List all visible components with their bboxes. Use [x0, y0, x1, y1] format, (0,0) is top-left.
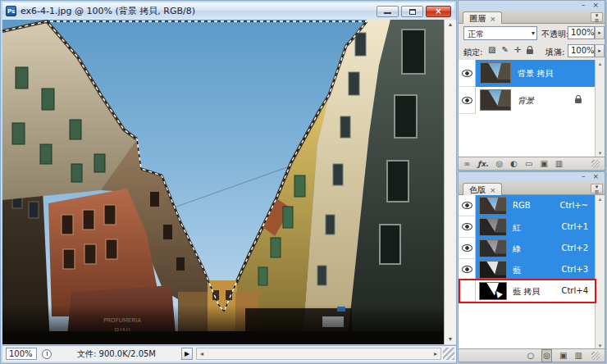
- visibility-cell[interactable]: [459, 87, 476, 114]
- layer-row-background[interactable]: 背景: [459, 87, 595, 114]
- visibility-cell[interactable]: [459, 216, 476, 238]
- menu-lines-icon: ≡: [595, 17, 600, 24]
- photoshop-file-icon: Ps: [6, 6, 16, 16]
- resize-grip[interactable]: [443, 348, 454, 360]
- panel-minimize-icon[interactable]: –: [582, 172, 588, 180]
- layer-thumbnail[interactable]: [480, 89, 511, 111]
- visibility-cell[interactable]: [459, 195, 476, 216]
- horizontal-scrollbar[interactable]: ◂ ▸: [196, 348, 441, 360]
- channels-scrollbar[interactable]: ▴ ▾: [595, 195, 605, 350]
- channel-list: RGB Ctrl+~ 紅 Ctrl+1 綠 Ctrl+2 藍 Ctrl+3 藍 …: [459, 195, 605, 350]
- dropdown-arrow-icon: ▾: [532, 30, 535, 37]
- zoom-level-field[interactable]: 100%: [6, 348, 37, 360]
- blend-mode-select[interactable]: 正常 ▾: [463, 26, 537, 40]
- fill-label: 填滿:: [545, 47, 564, 58]
- restore-button[interactable]: [401, 6, 423, 17]
- channel-thumbnail[interactable]: [479, 218, 507, 236]
- scroll-up-icon[interactable]: ▴: [596, 61, 605, 67]
- link-layers-icon[interactable]: ∞: [463, 158, 470, 170]
- channel-name: RGB: [513, 201, 531, 210]
- lock-pixels-icon[interactable]: ✎: [501, 45, 508, 54]
- channel-shortcut: Ctrl+1: [561, 222, 588, 231]
- load-selection-icon[interactable]: ○: [527, 350, 535, 362]
- restore-icon: [409, 9, 416, 15]
- tab-channels[interactable]: 色版 ×: [463, 183, 502, 195]
- vertical-scrollbar[interactable]: ▴ ▾: [444, 20, 456, 344]
- channel-row-blue[interactable]: 藍 Ctrl+3: [459, 259, 595, 280]
- channel-name: 紅: [513, 222, 521, 234]
- visibility-cell[interactable]: [459, 259, 476, 280]
- channel-shortcut: Ctrl+3: [561, 265, 588, 274]
- channels-menu-button[interactable]: ▾ ≡: [591, 184, 603, 193]
- minimize-button[interactable]: [377, 6, 399, 17]
- fill-value-field[interactable]: 100%: [568, 44, 595, 57]
- panel-minimize-icon[interactable]: –: [582, 1, 588, 9]
- channel-shortcut: Ctrl+2: [561, 243, 588, 253]
- tab-layers[interactable]: 圖層 ×: [463, 11, 502, 24]
- scroll-down-icon[interactable]: ▾: [596, 150, 605, 157]
- panel-close-icon[interactable]: ×: [592, 1, 601, 9]
- layers-panel-titlebar: – ×: [459, 1, 605, 11]
- scroll-left-icon[interactable]: ◂: [197, 348, 207, 359]
- channel-thumbnail[interactable]: [479, 239, 507, 257]
- channel-name: 綠: [513, 243, 521, 255]
- opacity-spinner-button[interactable]: ▸: [595, 26, 605, 39]
- layer-mask-icon[interactable]: ◎: [495, 158, 503, 170]
- tab-close-icon[interactable]: ×: [490, 15, 496, 23]
- adjustment-layer-icon[interactable]: ◐: [510, 158, 518, 170]
- layer-row-background-copy[interactable]: 背景 拷貝: [459, 60, 595, 87]
- blend-mode-row: 正常 ▾ 不透明: 100% ▸: [459, 25, 605, 43]
- lock-all-icon[interactable]: [527, 49, 533, 54]
- lock-transparency-icon[interactable]: ▨: [488, 45, 495, 54]
- channels-toolbar: ○ ◎ ▣ ▥: [459, 348, 605, 362]
- channel-row-rgb[interactable]: RGB Ctrl+~: [459, 195, 595, 216]
- visibility-cell[interactable]: [459, 60, 476, 87]
- eye-icon: [462, 223, 472, 230]
- layer-style-icon[interactable]: ƒx.: [477, 158, 488, 170]
- tab-close-icon[interactable]: ×: [490, 186, 496, 194]
- layers-menu-button[interactable]: ▾ ≡: [591, 12, 603, 22]
- visibility-cell[interactable]: [459, 238, 476, 259]
- fill-spinner-button[interactable]: ▸: [595, 44, 605, 57]
- channel-row-green[interactable]: 綠 Ctrl+2: [459, 238, 595, 259]
- panel-resize-grip[interactable]: [591, 352, 600, 360]
- panel-close-icon[interactable]: ×: [592, 172, 601, 180]
- opacity-value-field[interactable]: 100%: [568, 26, 595, 39]
- delete-layer-icon[interactable]: ▥: [555, 158, 563, 170]
- new-layer-icon[interactable]: ▣: [540, 158, 547, 170]
- status-bar: 100% 文件: 900.0K/2.05M ▶ ◂ ▸: [2, 345, 456, 362]
- scroll-up-icon[interactable]: ▴: [596, 196, 605, 202]
- scroll-down-icon[interactable]: ▾: [445, 334, 456, 344]
- opacity-label: 不透明:: [541, 29, 568, 40]
- lock-row: 鎖定: ▨ ✎ ✛ 填滿: 100% ▸: [459, 43, 605, 61]
- status-flyout-button[interactable]: ▶: [181, 348, 193, 360]
- layer-group-icon[interactable]: ▭: [525, 158, 532, 170]
- save-selection-as-channel-icon[interactable]: ◎: [541, 349, 552, 362]
- clock-icon: [42, 349, 52, 359]
- layer-lock-icon: [575, 98, 582, 103]
- annotation-highlight-box: [459, 279, 596, 303]
- channel-row-red[interactable]: 紅 Ctrl+1: [459, 216, 595, 238]
- street-photo: PROFUMERIA BINI: [2, 20, 444, 344]
- delete-channel-icon[interactable]: ▥: [575, 350, 582, 362]
- eye-icon: [462, 97, 472, 104]
- file-size-info: 文件: 900.0K/2.05M: [55, 348, 178, 360]
- lock-position-icon[interactable]: ✛: [514, 45, 521, 54]
- channel-thumbnail[interactable]: [479, 197, 507, 215]
- channel-name: 藍: [513, 265, 521, 276]
- layer-list: 背景 拷貝 背景 ▴ ▾: [459, 60, 605, 158]
- layers-scrollbar[interactable]: ▴ ▾: [595, 60, 605, 157]
- scroll-up-icon[interactable]: ▴: [445, 20, 456, 30]
- panel-resize-grip[interactable]: [591, 160, 600, 168]
- scroll-right-icon[interactable]: ▸: [431, 348, 440, 359]
- layer-thumbnail[interactable]: [480, 62, 511, 84]
- window-controls: ×: [377, 6, 451, 17]
- close-button[interactable]: ×: [426, 6, 451, 17]
- new-channel-icon[interactable]: ▣: [559, 350, 567, 362]
- channels-panel: – × 色版 × ▾ ≡ RGB Ctrl+~ 紅 Ctrl+1 綠 Ctrl+…: [458, 171, 605, 362]
- title-bar[interactable]: Ps ex6-4-1.jpg @ 100% (背景 拷貝, RGB/8) ×: [2, 2, 454, 20]
- lock-icons: ▨ ✎ ✛: [488, 45, 533, 54]
- channels-panel-titlebar: – ×: [459, 172, 605, 182]
- channel-thumbnail[interactable]: [479, 261, 507, 279]
- image-canvas[interactable]: PROFUMERIA BINI: [2, 20, 444, 344]
